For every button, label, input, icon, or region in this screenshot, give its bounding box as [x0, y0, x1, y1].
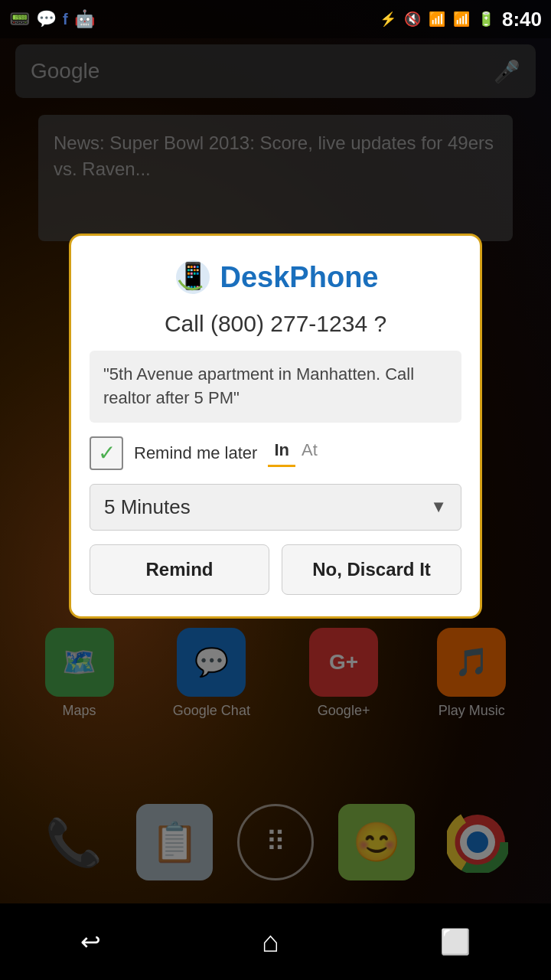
svg-text:📱: 📱 — [177, 260, 210, 292]
app-icon-sms: 💬 — [36, 9, 57, 29]
time-tab-group: In At — [268, 439, 323, 467]
tab-at[interactable]: At — [295, 439, 324, 467]
recents-button[interactable]: ⬜ — [440, 927, 471, 956]
remind-checkbox[interactable]: ✓ — [90, 436, 123, 470]
battery-icon: 🔋 — [478, 11, 494, 28]
dropdown-value: 5 Minutes — [104, 495, 191, 519]
tab-in[interactable]: In — [268, 439, 295, 467]
remind-button[interactable]: Remind — [90, 544, 269, 595]
app-icon-facebook: f — [63, 11, 68, 28]
remind-row: ✓ Remind me later In At — [90, 436, 461, 470]
quote-text: "5th Avenue apartment in Manhatten. Call… — [103, 364, 414, 407]
deskphone-logo-text: DeskPhone — [220, 261, 379, 294]
dropdown-arrow-icon: ▼ — [430, 497, 447, 517]
status-time: 8:40 — [502, 8, 542, 31]
home-button[interactable]: ⌂ — [262, 926, 279, 959]
app-icon-android: 🤖 — [74, 9, 95, 29]
discard-button[interactable]: No, Discard It — [282, 544, 461, 595]
quote-box: "5th Avenue apartment in Manhatten. Call… — [90, 351, 461, 423]
wifi-icon: 📶 — [429, 11, 445, 28]
status-bar: 📟 💬 f 🤖 ⚡ 🔇 📶 📶 🔋 8:40 — [0, 0, 551, 38]
status-left-icons: 📟 💬 f 🤖 — [9, 9, 95, 29]
dialog-buttons: Remind No, Discard It — [90, 544, 461, 595]
remind-label: Remind me later — [134, 443, 257, 463]
bluetooth-icon: ⚡ — [380, 11, 396, 28]
time-dropdown[interactable]: 5 Minutes ▼ — [90, 484, 461, 531]
status-right-icons: ⚡ 🔇 📶 📶 🔋 8:40 — [380, 8, 542, 31]
back-button[interactable]: ↩ — [80, 927, 101, 956]
signal-icon: 📶 — [453, 11, 470, 28]
deskphone-logo-icon: 📱 — [173, 257, 213, 297]
call-number: Call (800) 277-1234 ? — [165, 311, 386, 337]
deskphone-dialog: 📱 DeskPhone Call (800) 277-1234 ? "5th A… — [69, 234, 482, 619]
logo-row: 📱 DeskPhone — [173, 257, 379, 297]
app-icon-phone: 📟 — [9, 9, 30, 29]
nav-bar: ↩ ⌂ ⬜ — [0, 903, 551, 980]
checkbox-check-icon: ✓ — [98, 440, 116, 466]
mute-icon: 🔇 — [404, 11, 421, 28]
